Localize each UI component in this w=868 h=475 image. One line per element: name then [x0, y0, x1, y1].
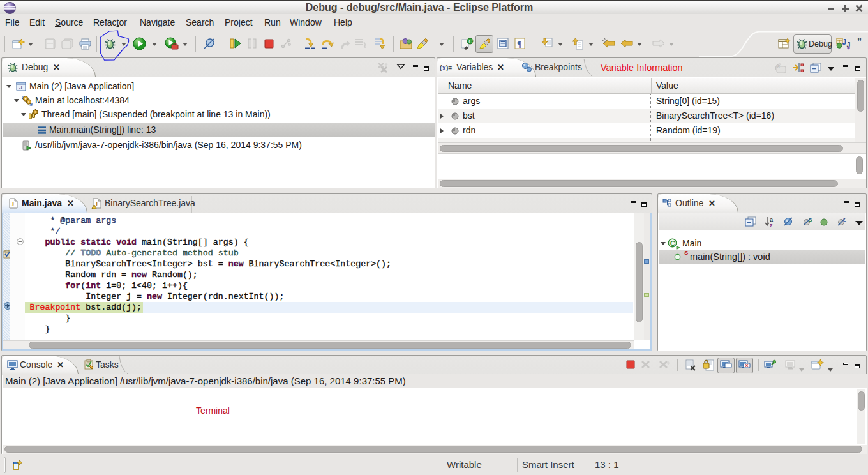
svg-text:z: z	[770, 222, 773, 228]
svg-text:¶: ¶	[517, 39, 521, 49]
svg-text:C: C	[468, 38, 473, 45]
svg-text:J: J	[842, 38, 847, 47]
svg-text:J: J	[11, 200, 15, 207]
svg-text:)=: )=	[446, 64, 452, 72]
svg-text:C: C	[670, 239, 675, 247]
svg-text:J: J	[19, 84, 22, 91]
svg-text:x: x	[777, 63, 780, 69]
